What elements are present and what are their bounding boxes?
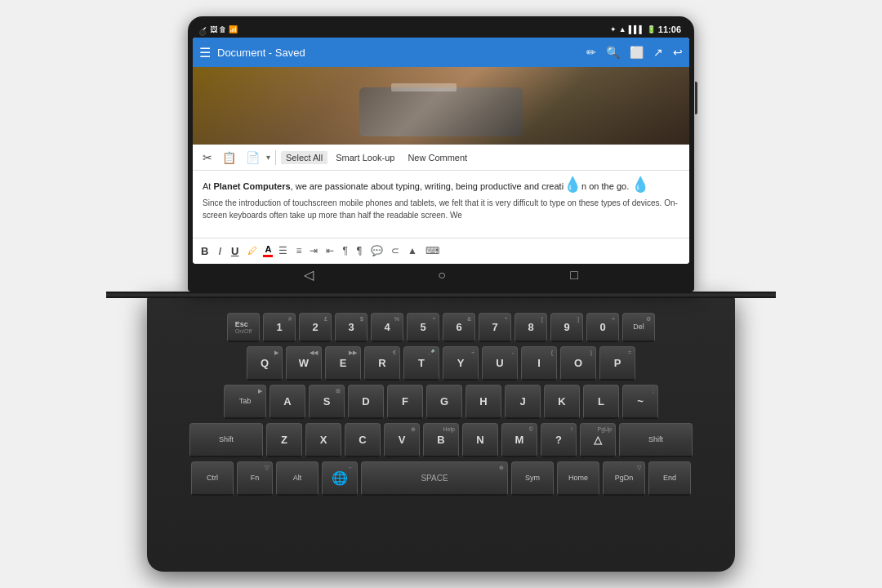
key-q[interactable]: Q▶ bbox=[247, 346, 283, 381]
key-d[interactable]: D bbox=[348, 385, 384, 419]
copy-icon[interactable]: 📋 bbox=[219, 149, 239, 166]
key-n[interactable]: N bbox=[462, 423, 498, 457]
key-2[interactable]: 2£ bbox=[299, 313, 332, 342]
undo-icon[interactable]: ↩ bbox=[673, 46, 683, 59]
doc-paragraph-2: Since the introduction of touchscreen mo… bbox=[203, 197, 679, 221]
key-tilde[interactable]: ~: bbox=[622, 385, 658, 419]
key-h[interactable]: H bbox=[466, 385, 501, 419]
key-3[interactable]: 3$ bbox=[335, 313, 368, 342]
formatting-toolbar: B I U 🖊 A ☰ ≡ ⇥ ⇤ ¶ ¶̣ 💬 ⊂ ▲ ⌨ bbox=[193, 238, 689, 264]
key-u[interactable]: U- bbox=[482, 346, 518, 381]
key-x[interactable]: X bbox=[305, 423, 341, 457]
notification-icon: ✔ 🖼 🗑 📶 bbox=[201, 25, 238, 33]
key-space[interactable]: SPACE ⊕ bbox=[361, 461, 508, 496]
key-s[interactable]: S⊞ bbox=[309, 385, 345, 419]
text-color-button[interactable]: A bbox=[263, 244, 273, 257]
indent-icon[interactable]: ⇥ bbox=[307, 244, 320, 257]
key-i[interactable]: I{ bbox=[521, 346, 557, 381]
share-icon[interactable]: ↗ bbox=[653, 46, 663, 59]
word-actions: ✏ 🔍 ⬜ ↗ ↩ bbox=[586, 46, 683, 59]
key-v[interactable]: V⊕ bbox=[384, 423, 420, 457]
key-j[interactable]: J bbox=[505, 385, 541, 419]
key-a[interactable]: A bbox=[270, 385, 305, 419]
signal-icon: ▌▌▌ bbox=[629, 25, 644, 33]
key-fn[interactable]: Fn ▽ bbox=[237, 461, 273, 496]
key-right-shift[interactable]: Shift bbox=[619, 423, 693, 457]
phone-body: ✔ 🖼 🗑 📶 ✦ ▲ ▌▌▌ 🔋 11:06 ☰ Document - Sav… bbox=[188, 16, 694, 292]
key-c[interactable]: C bbox=[345, 423, 381, 457]
italic-button[interactable]: I bbox=[215, 244, 225, 258]
key-4[interactable]: 4% bbox=[371, 313, 403, 342]
key-w[interactable]: W◀◀ bbox=[286, 346, 322, 381]
underline-button[interactable]: U bbox=[228, 244, 242, 258]
key-question[interactable]: ?! bbox=[541, 423, 577, 457]
key-8[interactable]: 8[ bbox=[514, 313, 547, 342]
key-f[interactable]: F bbox=[387, 385, 423, 419]
app-title: Document - Saved bbox=[217, 47, 580, 59]
key-z[interactable]: Z bbox=[266, 423, 302, 457]
key-left-shift[interactable]: Shift bbox=[189, 423, 263, 457]
key-sym[interactable]: Sym bbox=[511, 461, 554, 496]
key-del[interactable]: Del ⚙ bbox=[622, 313, 655, 342]
key-pgdn[interactable]: PgDn ▽ bbox=[603, 461, 645, 496]
key-e[interactable]: E▶▶ bbox=[325, 346, 361, 381]
key-m[interactable]: M© bbox=[501, 423, 537, 457]
comment-icon[interactable]: 💬 bbox=[368, 244, 385, 257]
key-9[interactable]: 9] bbox=[550, 313, 583, 342]
bold-button[interactable]: B bbox=[198, 244, 212, 258]
key-t[interactable]: T🎤 bbox=[403, 346, 439, 381]
key-5[interactable]: 5^ bbox=[407, 313, 439, 342]
menu-icon[interactable]: ☰ bbox=[199, 45, 211, 60]
paragraph-icon[interactable]: ¶ bbox=[340, 244, 350, 257]
highlight-icon[interactable]: 🖊 bbox=[245, 244, 260, 257]
key-tab[interactable]: Tab ▶ bbox=[224, 385, 266, 419]
device-container: ✔ 🖼 🗑 📶 ✦ ▲ ▌▌▌ 🔋 11:06 ☰ Document - Sav… bbox=[106, 16, 776, 572]
new-comment-button[interactable]: New Comment bbox=[403, 151, 472, 164]
outdent-icon[interactable]: ⇤ bbox=[323, 244, 336, 257]
key-p[interactable]: P= bbox=[599, 346, 635, 381]
key-b[interactable]: BHelp bbox=[423, 423, 459, 457]
number-list-icon[interactable]: ≡ bbox=[293, 244, 304, 257]
bullet-list-icon[interactable]: ☰ bbox=[276, 244, 290, 257]
cursor-marker-2: 💧 bbox=[631, 177, 649, 192]
key-l[interactable]: L bbox=[583, 385, 619, 419]
status-icons: ✔ 🖼 🗑 📶 bbox=[201, 25, 238, 33]
edit-icon[interactable]: ✏ bbox=[586, 46, 596, 59]
key-alt[interactable]: Alt bbox=[276, 461, 318, 496]
view-icon[interactable]: ⬜ bbox=[630, 46, 644, 59]
chevron-up-icon[interactable]: ▲ bbox=[405, 244, 420, 257]
key-r[interactable]: R€ bbox=[364, 346, 400, 381]
key-o[interactable]: O} bbox=[560, 346, 596, 381]
format-more-icon[interactable]: ⊂ bbox=[389, 244, 402, 257]
key-k[interactable]: K bbox=[544, 385, 580, 419]
key-home[interactable]: Home bbox=[557, 461, 599, 496]
back-button[interactable]: ◁ bbox=[304, 267, 314, 283]
status-bar: ✔ 🖼 🗑 📶 ✦ ▲ ▌▌▌ 🔋 11:06 bbox=[193, 21, 689, 38]
key-esc[interactable]: Esc On/Off bbox=[227, 313, 260, 342]
context-menu-bar: ✂ 📋 📄 ▾ Select All Smart Look-up New Com… bbox=[193, 145, 689, 171]
pilcrow-icon[interactable]: ¶̣ bbox=[354, 244, 365, 257]
key-6[interactable]: 6& bbox=[443, 313, 475, 342]
zxcv-row: Shift Z X C V⊕ BHelp N M© ?! △PgUp Shift bbox=[160, 423, 722, 457]
keyboard-icon[interactable]: ⌨ bbox=[423, 244, 442, 257]
select-all-button[interactable]: Select All bbox=[281, 151, 327, 164]
key-g[interactable]: G bbox=[426, 385, 462, 419]
search-icon[interactable]: 🔍 bbox=[606, 46, 620, 59]
home-button[interactable]: ○ bbox=[438, 268, 446, 283]
key-1[interactable]: 1# bbox=[263, 313, 296, 342]
paste-icon[interactable]: 📄 bbox=[243, 149, 263, 166]
number-row: Esc On/Off 1# 2£ 3$ 4% 5^ 6& 7* 8[ 9] 0+… bbox=[160, 313, 722, 342]
key-end[interactable]: End bbox=[648, 461, 691, 496]
key-ctrl[interactable]: Ctrl bbox=[191, 461, 234, 496]
cut-icon[interactable]: ✂ bbox=[199, 149, 216, 166]
qwerty-row: Q▶ W◀◀ E▶▶ R€ T🎤 Y÷ U- I{ O} P= bbox=[160, 346, 722, 381]
key-triangle[interactable]: △PgUp bbox=[580, 423, 616, 457]
recents-button[interactable]: □ bbox=[570, 268, 578, 283]
key-y[interactable]: Y÷ bbox=[443, 346, 479, 381]
key-globe[interactable]: 🌐 ← bbox=[322, 461, 358, 496]
smart-look-up-button[interactable]: Smart Look-up bbox=[331, 151, 399, 164]
more-icon[interactable]: ▾ bbox=[266, 153, 270, 162]
key-0[interactable]: 0+ bbox=[586, 313, 619, 342]
key-7[interactable]: 7* bbox=[479, 313, 511, 342]
wifi-icon: ▲ bbox=[619, 25, 626, 33]
